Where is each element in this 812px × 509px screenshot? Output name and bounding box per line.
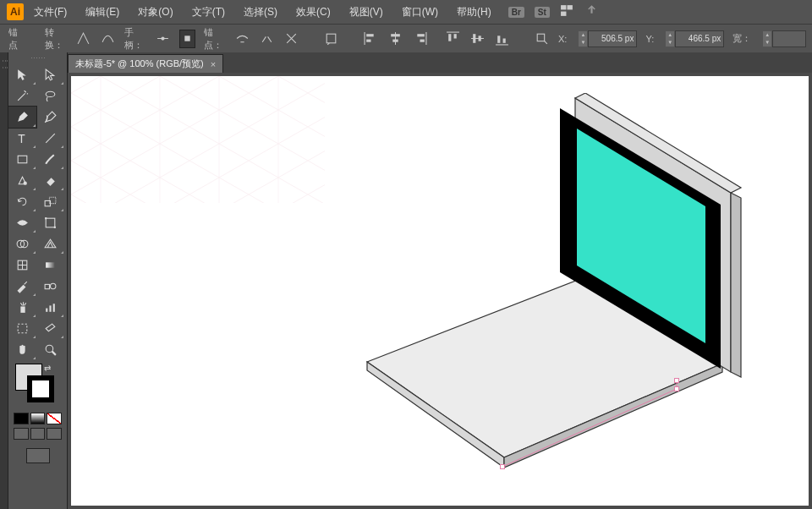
menu-type[interactable]: 文字(T) — [184, 2, 233, 23]
convert-smooth-icon[interactable] — [100, 30, 116, 48]
svg-rect-34 — [46, 218, 55, 227]
w-input[interactable] — [772, 30, 806, 47]
canvas-area: 未标题-5* @ 100% (RGB/预览) × — [68, 52, 812, 509]
align-left-icon[interactable] — [363, 30, 379, 48]
menu-help[interactable]: 帮助(H) — [448, 2, 500, 23]
connect-anchor-icon[interactable] — [259, 30, 275, 48]
svg-rect-9 — [366, 34, 374, 36]
align-bottom-icon[interactable] — [494, 30, 510, 48]
menu-window[interactable]: 窗口(W) — [393, 2, 447, 23]
screen-mode[interactable] — [26, 448, 50, 463]
svg-rect-19 — [454, 34, 457, 38]
color-swatches[interactable]: ⇄ — [8, 360, 67, 411]
panel-collapse-strip[interactable]: ⋮⋮ — [0, 52, 8, 509]
selection-tool[interactable] — [8, 64, 36, 85]
draw-inside[interactable] — [47, 428, 62, 440]
menu-view[interactable]: 视图(V) — [341, 2, 392, 23]
svg-rect-26 — [537, 34, 545, 41]
lasso-tool[interactable] — [36, 85, 64, 107]
paintbrush-tool[interactable] — [36, 149, 64, 170]
y-input[interactable] — [675, 30, 724, 47]
svg-rect-49 — [18, 324, 27, 333]
free-transform-tool[interactable] — [36, 212, 64, 233]
svg-rect-12 — [391, 34, 400, 36]
blend-tool[interactable] — [36, 276, 64, 297]
handle-hide-icon[interactable] — [179, 30, 195, 48]
w-stepper[interactable]: ▲▼ — [763, 30, 806, 47]
transform-icon[interactable] — [534, 30, 550, 48]
convert-corner-icon[interactable] — [75, 30, 91, 48]
svg-rect-15 — [417, 34, 425, 36]
stock-badge[interactable]: St — [535, 7, 550, 18]
curvature-tool[interactable] — [36, 107, 64, 128]
mesh-tool[interactable] — [8, 254, 36, 276]
handle-show-icon[interactable] — [155, 30, 171, 48]
color-mode-solid[interactable] — [14, 413, 29, 424]
cut-path-icon[interactable] — [283, 30, 299, 48]
shape-builder-tool[interactable] — [8, 233, 36, 254]
type-tool[interactable]: T — [8, 128, 36, 149]
shaper-tool[interactable] — [8, 170, 36, 191]
slice-tool[interactable] — [36, 318, 64, 339]
bridge-badge[interactable]: Br — [508, 7, 524, 18]
svg-rect-10 — [366, 40, 370, 42]
remove-anchor-icon[interactable] — [234, 30, 250, 48]
swap-icon[interactable]: ⇄ — [44, 364, 51, 373]
svg-line-29 — [46, 134, 55, 143]
arrange-icon[interactable] — [560, 3, 574, 20]
svg-rect-52 — [71, 76, 325, 203]
svg-rect-18 — [448, 34, 451, 41]
artboard-tool[interactable] — [8, 318, 36, 339]
document-tab[interactable]: 未标题-5* @ 100% (RGB/预览) × — [68, 54, 223, 73]
doc-title: 未标题-5* @ 100% (RGB/预览) — [75, 57, 204, 70]
menu-select[interactable]: 选择(S) — [235, 2, 286, 23]
perspective-tool[interactable] — [36, 233, 64, 254]
eyedropper-tool[interactable] — [8, 276, 36, 297]
svg-rect-16 — [420, 40, 425, 42]
align-hcenter-icon[interactable] — [387, 30, 403, 48]
close-tab-icon[interactable]: × — [211, 59, 216, 69]
x-stepper[interactable]: ▲▼ — [579, 30, 637, 47]
graph-tool[interactable] — [36, 297, 64, 318]
rectangle-tool[interactable] — [8, 149, 36, 170]
isolate-icon[interactable] — [323, 30, 339, 48]
draw-behind[interactable] — [30, 428, 46, 440]
draw-normal[interactable] — [14, 428, 29, 440]
menu-effect[interactable]: 效果(C) — [288, 2, 339, 23]
color-mode-gradient[interactable] — [30, 413, 46, 424]
scale-tool[interactable] — [36, 191, 64, 212]
align-top-icon[interactable] — [445, 30, 461, 48]
direct-selection-tool[interactable] — [36, 64, 64, 85]
gradient-tool[interactable] — [36, 254, 64, 276]
svg-rect-47 — [49, 305, 51, 311]
menu-object[interactable]: 对象(O) — [129, 2, 181, 23]
svg-rect-24 — [497, 36, 500, 43]
width-tool[interactable] — [8, 212, 36, 233]
hand-tool[interactable] — [8, 339, 36, 360]
sync-icon[interactable] — [584, 3, 599, 20]
svg-rect-1 — [567, 5, 572, 9]
symbol-sprayer-tool[interactable] — [8, 297, 36, 318]
anchor-handle[interactable] — [674, 378, 679, 383]
rotate-tool[interactable] — [8, 191, 36, 212]
anchor-handle[interactable] — [500, 464, 505, 469]
menu-file[interactable]: 文件(F) — [25, 2, 75, 23]
menu-edit[interactable]: 编辑(E) — [77, 2, 128, 23]
align-right-icon[interactable] — [412, 30, 428, 48]
color-mode-none[interactable] — [47, 413, 62, 424]
align-vcenter-icon[interactable] — [469, 30, 486, 48]
pen-tool[interactable] — [8, 107, 36, 128]
artboard-canvas[interactable] — [71, 76, 809, 506]
anchor2-label: 锚点： — [204, 26, 222, 52]
line-tool[interactable] — [36, 128, 64, 149]
eraser-tool[interactable] — [36, 170, 64, 191]
anchor-handle[interactable] — [674, 386, 679, 391]
stroke-swatch[interactable] — [27, 375, 54, 402]
control-bar: 锚点 转换： 手柄： 锚点： X: ▲▼ Y: ▲▼ 宽： ▲▼ — [0, 24, 812, 52]
svg-rect-35 — [45, 217, 47, 219]
zoom-tool[interactable] — [36, 339, 64, 360]
magic-wand-tool[interactable] — [8, 85, 36, 107]
x-input[interactable] — [588, 30, 637, 47]
svg-rect-25 — [503, 39, 506, 43]
y-stepper[interactable]: ▲▼ — [666, 30, 724, 47]
